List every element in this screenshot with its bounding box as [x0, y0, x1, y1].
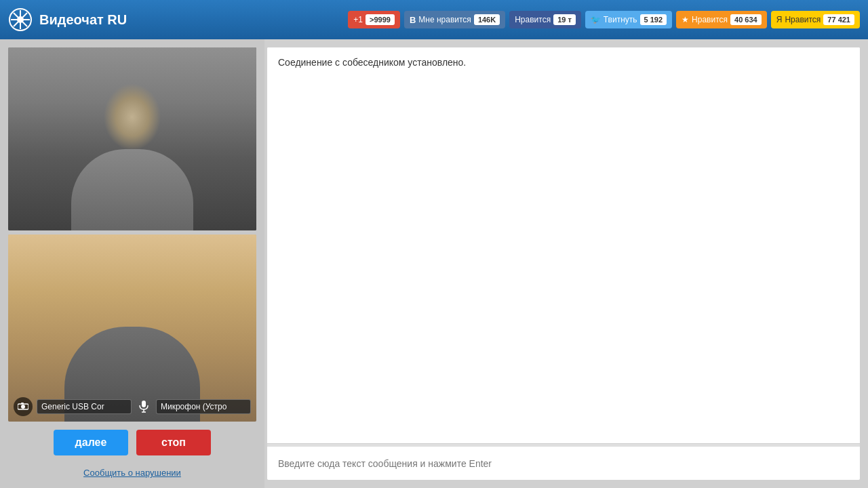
- connection-status: Соединение с собеседником установлено.: [278, 57, 849, 68]
- svg-point-6: [21, 405, 25, 409]
- tw-label: Твитнуть: [604, 15, 637, 24]
- svg-point-5: [17, 16, 24, 23]
- tw-count: 5 192: [640, 14, 667, 25]
- remote-video-feed: [8, 47, 256, 230]
- ya-count: 77 421: [823, 14, 854, 25]
- vk-count: 146K: [474, 14, 500, 25]
- camera-controls: Generic USB Cor Микрофон (Устро: [14, 397, 251, 416]
- logo-icon: [8, 7, 33, 32]
- tw-icon: 🐦: [591, 15, 601, 24]
- google-count: >9999: [366, 14, 395, 25]
- camera-icon: [14, 397, 33, 416]
- microphone-icon: [136, 399, 152, 415]
- vk-label: Мне нравится: [418, 15, 471, 24]
- chat-input[interactable]: [267, 449, 860, 479]
- twitter-button[interactable]: 🐦 Твитнуть 5 192: [585, 11, 672, 28]
- svg-rect-8: [21, 403, 24, 404]
- report-violation-link[interactable]: Сообщить о нарушении: [83, 468, 181, 478]
- left-panel: Generic USB Cor Микрофон (Устро далее: [0, 39, 264, 488]
- svg-rect-9: [142, 401, 146, 407]
- header: Видеочат RU +1 >9999 В Мне нравится 146K…: [0, 0, 868, 39]
- yandex-button[interactable]: Я Нравится 77 421: [771, 11, 860, 28]
- ya-label: Нравится: [785, 15, 821, 24]
- vk-b: В: [410, 15, 416, 25]
- ya-icon: Я: [776, 15, 783, 24]
- chat-input-area: [267, 446, 860, 480]
- remote-video: [8, 47, 256, 230]
- microphone-select[interactable]: Микрофон (Устро: [156, 399, 251, 414]
- ok-icon: ★: [682, 15, 689, 24]
- ok-count: 40 634: [730, 14, 762, 25]
- stop-button[interactable]: стоп: [136, 430, 211, 455]
- fb-count: 19 т: [553, 14, 576, 25]
- logo-text: Видеочат RU: [39, 12, 127, 28]
- action-buttons: далее стоп: [8, 426, 256, 460]
- local-video-feed: [8, 235, 256, 422]
- facebook-button[interactable]: Нравится 19 т: [509, 11, 581, 28]
- vk-button[interactable]: В Мне нравится 146K: [404, 11, 505, 28]
- local-person-visual: [8, 235, 256, 422]
- next-button[interactable]: далее: [54, 430, 128, 455]
- odnoklassniki-button[interactable]: ★ Нравится 40 634: [676, 11, 767, 28]
- google-plus-button[interactable]: +1 >9999: [348, 11, 400, 28]
- chat-panel: Соединение с собеседником установлено.: [267, 47, 860, 480]
- local-video: Generic USB Cor Микрофон (Устро: [8, 235, 256, 422]
- chat-messages: Соединение с собеседником установлено.: [267, 47, 860, 443]
- camera-select[interactable]: Generic USB Cor: [37, 399, 132, 414]
- google-label: +1: [353, 15, 363, 24]
- social-buttons: +1 >9999 В Мне нравится 146K Нравится 19…: [348, 11, 860, 28]
- fb-label: Нравится: [515, 15, 551, 24]
- report-section: Сообщить о нарушении: [8, 464, 256, 481]
- remote-person-visual: [8, 47, 256, 230]
- main-layout: Generic USB Cor Микрофон (Устро далее: [0, 39, 868, 488]
- ok-label: Нравится: [692, 15, 728, 24]
- logo-area: Видеочат RU: [8, 7, 338, 32]
